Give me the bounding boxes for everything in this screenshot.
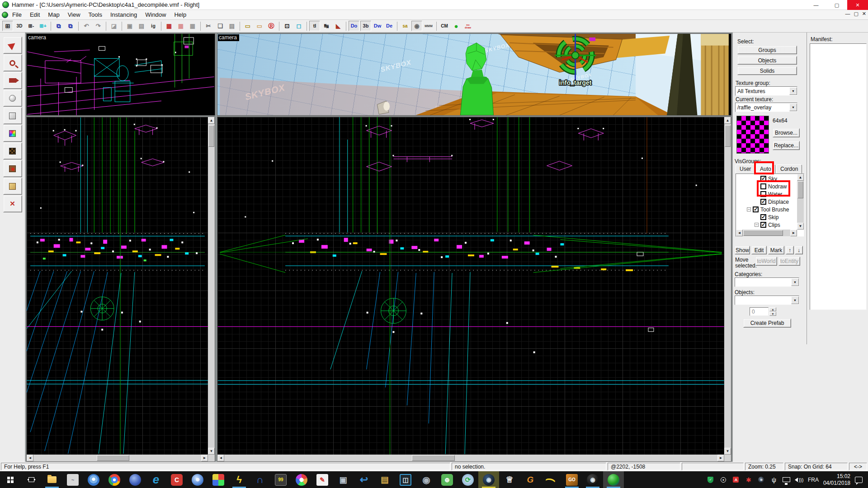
banana-app-button[interactable]: ( — [541, 471, 561, 488]
checkbox-icon[interactable] — [760, 191, 766, 197]
avira-icon[interactable]: A — [732, 476, 740, 484]
scroll-thumb[interactable] — [725, 125, 731, 147]
media-reel-button[interactable]: ◉ — [416, 471, 437, 488]
steam-client-button[interactable]: ◉ — [582, 471, 603, 488]
instancing-globe-button[interactable]: ● — [451, 21, 462, 31]
firefox-button[interactable] — [125, 471, 146, 488]
categories-select[interactable]: ▼ — [735, 277, 799, 287]
camera-preview-button[interactable]: ◉ — [411, 21, 422, 31]
tree-scroll-thumb[interactable] — [743, 230, 783, 236]
tab-cordon[interactable]: Cordon — [776, 164, 802, 174]
models-2d-button[interactable]: De — [384, 21, 395, 31]
tree-scroll-right-button[interactable]: ► — [790, 230, 797, 236]
browse-button[interactable]: Browse... — [773, 128, 800, 137]
texture-lock-button[interactable]: tl — [309, 21, 320, 31]
ignore-groups-button[interactable]: ig — [148, 21, 159, 31]
create-prefab-button[interactable]: Create Prefab — [743, 319, 791, 328]
checkbox-icon[interactable] — [760, 176, 766, 182]
prefab-count-stepper[interactable]: ▲ ▼ — [769, 307, 776, 316]
apply-texture-tool-button[interactable] — [3, 142, 22, 160]
taskbar-clock[interactable]: 15:02 04/01/2018 — [823, 473, 850, 487]
close-button[interactable]: ✕ — [847, 0, 868, 10]
file-explorer-button[interactable] — [42, 471, 62, 488]
to-world-button[interactable]: toWorld — [755, 257, 777, 266]
vertical-scrollbar[interactable]: ▲ ▼ — [208, 117, 215, 455]
stepper-up-icon[interactable]: ▲ — [769, 307, 776, 311]
network-display-icon[interactable] — [783, 476, 791, 484]
decal-tool-button[interactable] — [3, 160, 22, 177]
visgroups-tree[interactable]: Sky Nodraw Water Displace −Tool Brushe S… — [736, 174, 804, 237]
ungroup-button[interactable]: ▤ — [136, 21, 147, 31]
defender-icon[interactable]: ✓ — [707, 476, 715, 484]
cm-mode-button[interactable]: CM — [439, 21, 450, 31]
displacement-mask-button[interactable]: ◣ — [333, 21, 344, 31]
horizontal-scrollbar[interactable]: ◄ ► — [27, 455, 208, 461]
tab-user[interactable]: User — [736, 164, 755, 174]
menu-edit[interactable]: Edit — [26, 10, 44, 19]
ccleaner-button[interactable]: C — [166, 471, 187, 488]
mdi-minimize-button[interactable]: — — [845, 11, 850, 17]
show-button[interactable]: Show — [735, 246, 750, 254]
cordon-edit-button[interactable]: ▭ — [254, 21, 265, 31]
web-globe-button[interactable]: ⊕ — [187, 471, 208, 488]
scroll-down-button[interactable]: ▼ — [724, 448, 731, 455]
group-button[interactable]: ▣ — [124, 21, 135, 31]
chevron-down-icon[interactable]: ▼ — [789, 103, 797, 111]
checkbox-icon[interactable] — [760, 214, 766, 220]
blocks-app-button[interactable] — [208, 471, 229, 488]
helpers-2d-button[interactable]: Dw — [372, 21, 383, 31]
chrome-button[interactable] — [104, 471, 125, 488]
edge-button[interactable]: e — [146, 471, 166, 488]
audio-player-button[interactable]: ∩ — [250, 471, 270, 488]
mdi-restore-button[interactable]: ▢ — [854, 11, 858, 17]
block-tool-button[interactable] — [3, 107, 22, 124]
viewport-3d-wireframe[interactable]: camera — [26, 33, 215, 116]
menu-window[interactable]: Window — [141, 10, 170, 19]
tree-scroll-down-button[interactable]: ▼ — [797, 223, 804, 230]
fade-preview-button[interactable]: Do — [349, 21, 359, 31]
cordon-toggle-button[interactable]: ▭ — [242, 21, 253, 31]
select-groups-button[interactable]: Groups — [737, 46, 797, 54]
texture-scale-lock-button[interactable]: ↹ — [321, 21, 332, 31]
edit-button[interactable]: Edit — [751, 246, 767, 254]
menu-help[interactable]: Help — [170, 10, 190, 19]
volume-icon[interactable]: ))) — [795, 476, 803, 484]
chevron-down-icon[interactable]: ▼ — [791, 296, 799, 304]
visgroup-item-displace[interactable]: Displace — [736, 198, 797, 206]
manifest-list[interactable] — [810, 43, 867, 310]
menu-tools[interactable]: Tools — [85, 10, 106, 19]
steam-button[interactable]: ◉ — [478, 471, 499, 488]
visgroup-item-nodraw[interactable]: Nodraw — [736, 183, 797, 190]
select-touching-button[interactable]: ⊡ — [282, 21, 292, 31]
select-objects-button[interactable]: Objects — [737, 56, 797, 65]
replace-button[interactable]: Replace... — [773, 141, 800, 150]
photo-viewer-button[interactable]: ~ — [62, 471, 83, 488]
notification-center-icon[interactable] — [855, 477, 863, 483]
select-enclosed-button[interactable]: ◻ — [293, 21, 304, 31]
usb-icon[interactable]: ψ — [770, 476, 778, 484]
tree-collapse-icon[interactable]: − — [747, 207, 751, 211]
viewport-3d-textured[interactable]: SKYBOX SKYBOX SKYBOX SKYBOX SKYBOX — [217, 33, 731, 116]
prefab-count-field[interactable]: 0 — [750, 307, 769, 316]
grid-canvas[interactable] — [217, 117, 724, 455]
scroll-up-button[interactable]: ▲ — [208, 117, 215, 124]
camera-tool-button[interactable] — [3, 72, 22, 89]
task-view-button[interactable] — [21, 471, 42, 488]
selection-tool-button[interactable] — [3, 37, 22, 54]
mirror-app-button[interactable]: ↩ — [354, 471, 374, 488]
horizontal-scrollbar[interactable]: ◄ ► — [217, 455, 724, 461]
scroll-left-button[interactable]: ◄ — [217, 455, 224, 461]
viewport-2d-right[interactable]: ▲ ▼ ◄ ► — [217, 117, 731, 462]
carve-button[interactable]: ◪ — [108, 21, 119, 31]
to-entity-button[interactable]: toEntity — [778, 257, 800, 266]
toggle-grid-button[interactable]: ⊞ — [2, 21, 13, 31]
visgroup-item-skip[interactable]: Skip — [736, 213, 797, 221]
maximize-button[interactable]: ▢ — [826, 0, 847, 10]
checkbox-icon[interactable] — [760, 183, 766, 189]
malware-tool-icon[interactable]: ✱ — [745, 476, 753, 484]
scroll-right-button[interactable]: ► — [717, 455, 724, 461]
csgo-button[interactable]: GO — [561, 471, 582, 488]
menu-file[interactable]: File — [8, 10, 26, 19]
mark-button[interactable]: Mark — [768, 246, 784, 254]
scroll-thumb[interactable] — [97, 455, 129, 461]
